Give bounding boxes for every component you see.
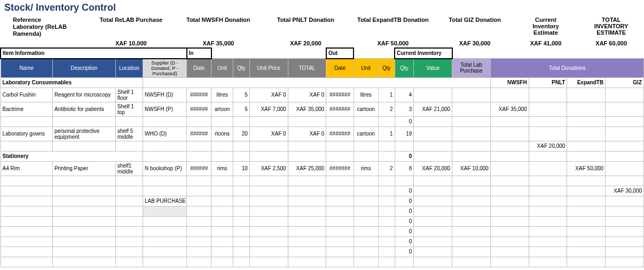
table-row: A4 RimPrinting Paper shelf1 middleN book… <box>1 161 644 176</box>
lab-purchase-row: LAB PURCHASE 0 <box>1 196 644 206</box>
col-qty-out: Qty <box>378 59 395 78</box>
summary-header: Reference Laboratory (ReLAB Ramenda) Tot… <box>0 15 644 47</box>
total-pnlt-label: Total PNLT Donation <box>262 15 350 39</box>
table-row: 0 XAF 30,000 <box>1 186 644 196</box>
col-ci-value: Value <box>414 59 452 78</box>
page-title: Stock/ Inventory Control <box>0 0 644 15</box>
col-location: Location <box>115 59 143 78</box>
category-consumables: Laboratory Consummables <box>1 77 143 88</box>
cur-inv-est-label: Current Inventory Estimate <box>513 15 579 39</box>
org-name: Reference Laboratory (ReLAB Ramenda) <box>2 17 85 38</box>
col-lab-purchase: Total Lab Purchase <box>452 59 491 78</box>
total-pnlt-value: XAF 20,000 <box>262 39 350 47</box>
table-row: 0 <box>1 247 644 257</box>
band-in: In <box>187 48 211 59</box>
col-description: Description <box>52 59 115 78</box>
col-date-out: Date <box>326 59 354 78</box>
col-supplier: Supplier (D - Donated, P - Purchased) <box>143 59 187 78</box>
donor-expand: ExpandTB <box>567 77 606 88</box>
table-row: XAF 20,000 <box>1 141 644 151</box>
col-ci-qty: Qty <box>395 59 414 78</box>
band-current-inventory: Current Inventory <box>395 48 452 59</box>
total-inv-est-label: TOTAL INVENTORY ESTIMATE <box>578 15 644 39</box>
cur-inv-est-value: XAF 41,000 <box>513 39 579 47</box>
table-row: 0 <box>1 116 644 126</box>
total-nwsfh-label: Total NWSFH Donation <box>175 15 262 39</box>
col-name: Name <box>1 59 52 78</box>
category-stationery-row: Stationery 0 <box>1 151 644 161</box>
total-inv-est-value: XAF 60,000 <box>578 39 644 47</box>
table-row: Laboratory gownspersonal protective equi… <box>1 126 644 141</box>
table-row: 0 <box>1 226 644 236</box>
table-row: 0 <box>1 216 644 226</box>
col-unit-in: Unit <box>211 59 233 78</box>
total-expandtb-value: XAF 50,000 <box>349 39 437 47</box>
total-giz-label: Total GIZ Donation <box>437 15 513 39</box>
total-giz-value: XAF 30,000 <box>437 39 513 47</box>
band-row: Item Information In Out Current Inventor… <box>1 48 644 59</box>
donor-header-row: Laboratory Consummables NWSFH PNLT Expan… <box>1 77 644 88</box>
col-date-in: Date <box>187 59 211 78</box>
table-row: 0 <box>1 236 644 247</box>
total-relab-label: Total ReLAB Purchase <box>88 15 175 39</box>
col-unit-out: Unit <box>354 59 378 78</box>
lab-purchase-label: LAB PURCHASE <box>143 196 187 206</box>
donor-giz: GIZ <box>606 77 644 88</box>
band-out: Out <box>326 48 354 59</box>
col-total-donations: Total Donations <box>490 59 643 78</box>
total-nwsfh-value: XAF 35,000 <box>175 39 262 47</box>
col-qty-in: Qty <box>233 59 250 78</box>
table-row: BactrimeAntibiotic for patients Shelf 1 … <box>1 102 644 116</box>
band-item-info: Item Information <box>1 48 187 59</box>
inventory-grid: Item Information In Out Current Inventor… <box>0 47 644 267</box>
total-relab-value: XAF 10,000 <box>88 39 175 47</box>
table-row: Carbol FushinReagent for microscopy Shel… <box>1 88 644 102</box>
table-row: 0 <box>1 206 644 216</box>
table-row <box>1 257 644 267</box>
category-stationery: Stationery <box>1 151 143 161</box>
column-header-row: Name Description Location Supplier (D - … <box>1 59 644 78</box>
col-unit-price: Unit Price <box>249 59 288 78</box>
donor-nwsfh: NWSFH <box>490 77 529 88</box>
donor-pnlt: PNLT <box>529 77 567 88</box>
table-row <box>1 176 644 186</box>
total-expandtb-label: Total ExpandTB Donation <box>349 15 437 39</box>
col-total: TOTAL <box>288 59 326 78</box>
